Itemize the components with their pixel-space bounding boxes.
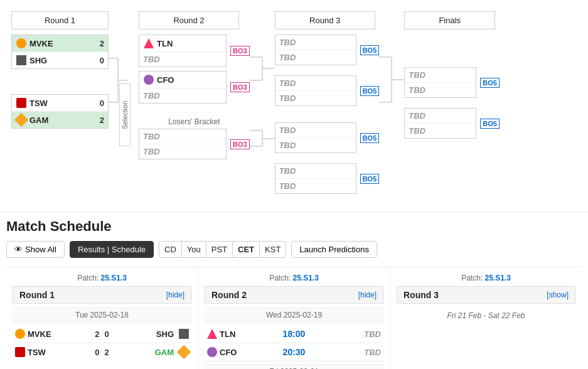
tz-cet[interactable]: CET [233, 242, 260, 257]
team1-cell: CFO [207, 347, 278, 357]
cfo-icon [207, 347, 217, 357]
patch-link-2[interactable]: 25.S1.3 [292, 274, 318, 282]
tz-cd[interactable]: CD [159, 242, 182, 257]
gam-icon [177, 345, 191, 360]
show-all-button[interactable]: 👁 Show All [6, 241, 65, 258]
bo-badge: BO5 [360, 174, 380, 184]
schedule-col-round1: Patch: 25.S1.3 Round 1 [hide] Tue 2025-0… [6, 267, 198, 369]
match-time: 20:30 [278, 347, 311, 357]
team-name: TBD [143, 147, 222, 156]
team-name: MVKE [29, 39, 97, 48]
schedule-columns: Patch: 25.S1.3 Round 1 [hide] Tue 2025-0… [6, 267, 582, 369]
team-name: TBD [409, 126, 472, 136]
r2-match2: CFO TBD BO3 [139, 71, 250, 104]
tsw-icon [16, 97, 27, 109]
timezone-group: CD You PST CET KST [159, 241, 286, 258]
team-name: TLN [157, 39, 222, 48]
hide-round1-link[interactable]: [hide] [166, 291, 184, 299]
score2: 2 [105, 348, 109, 357]
r2-match1: TLN TBD BO3 [139, 35, 250, 67]
selection-label: Selection [119, 83, 131, 146]
finals-match2: TBD TBD BO5 [404, 108, 500, 139]
bo-badge: BO5 [360, 86, 380, 96]
schedule-col-round2: Patch: 25.S1.3 Round 2 [hide] Wed 2025-0… [198, 267, 390, 369]
bo-badge: BO5 [360, 45, 380, 55]
show-round3-link[interactable]: [show] [547, 291, 569, 299]
round2-schedule-header: Round 2 [hide] [205, 286, 383, 304]
match-row[interactable]: TBD [405, 109, 476, 124]
match-row[interactable]: TBD [275, 123, 356, 138]
bo-badge: BO3 [230, 139, 250, 149]
round3-schedule-header: Round 3 [show] [397, 286, 575, 304]
finals-column: Finals TBD TBD BO5 TBD TBD BO5 [404, 11, 500, 139]
hide-round2-link[interactable]: [hide] [358, 291, 377, 299]
date-separator-1: Tue 2025-02-18 [13, 308, 191, 323]
team-name: CFO [157, 75, 222, 85]
score2: 0 [105, 329, 109, 339]
match-row[interactable]: TSW 0 2 GAM [13, 343, 191, 361]
match-row[interactable]: TBD [275, 164, 356, 179]
losers-match1: TBD TBD BO3 [139, 129, 250, 159]
date-separator-2b: Fri 2025-02-21 [205, 364, 383, 369]
results-schedule-button[interactable]: Results | Schedule [70, 241, 154, 258]
results-schedule-label: Results | Schedule [78, 245, 146, 254]
r3-finals-connector [379, 46, 404, 146]
match-row[interactable]: GAM 2 [12, 112, 108, 128]
match-row[interactable]: CFO 20:30 TBD [205, 343, 383, 361]
match-row[interactable]: TBD [275, 50, 356, 65]
match-row[interactable]: SHG 0 [12, 52, 108, 68]
round2-column: Round 2 TLN TBD BO3 [139, 11, 250, 159]
round2-header: Round 2 [139, 11, 239, 29]
match-row[interactable]: MVKE 2 [12, 35, 108, 52]
score: 0 [100, 99, 104, 108]
match-row[interactable]: MVKE 2 0 SHG [13, 325, 191, 343]
schedule-section: Match Schedule 👁 Show All Results | Sche… [0, 211, 588, 369]
team-name: TBD [279, 126, 352, 135]
match-row[interactable]: TBD [139, 129, 226, 144]
patch-link-3[interactable]: 25.S1.3 [484, 274, 510, 282]
patch-link-1[interactable]: 25.S1.3 [100, 274, 126, 282]
match-row[interactable]: TSW 0 [12, 95, 108, 112]
team-name: TBD [279, 181, 352, 191]
launch-predictions-button[interactable]: Launch Predictions [291, 241, 377, 258]
match-row[interactable]: TBD [275, 35, 356, 50]
sched-match-r1-1: MVKE 2 0 SHG TSW 0 [13, 325, 191, 361]
patch-line-1: Patch: 25.S1.3 [13, 274, 191, 282]
score: 0 [100, 56, 104, 65]
r3-match3: TBD TBD BO5 [275, 122, 380, 153]
team-name: TBD [279, 94, 352, 103]
tz-pst[interactable]: PST [206, 242, 233, 257]
team-name: TBD [143, 55, 222, 64]
round3-schedule-name: Round 3 [404, 290, 439, 300]
tz-kst[interactable]: KST [260, 242, 286, 257]
team2-cell: SHG [109, 329, 189, 339]
bo-badge: BO3 [230, 82, 250, 92]
team-name: TBD [409, 85, 472, 95]
schedule-title: Match Schedule [6, 218, 582, 235]
team-name: TBD [279, 166, 352, 176]
tln-icon [207, 329, 217, 339]
match-row[interactable]: TBD [275, 91, 356, 105]
match-row[interactable]: TBD [275, 138, 356, 152]
team-name: TBD [279, 78, 352, 88]
round1-header: Round 1 [11, 11, 109, 29]
match-row[interactable]: TBD [275, 76, 356, 91]
team2-cell: TBD [310, 329, 381, 339]
match-row[interactable]: TBD [139, 144, 226, 159]
losers-bracket: Losers' Bracket TBD TBD BO3 [139, 114, 250, 159]
match-row[interactable]: TLN [139, 35, 226, 52]
team-name: TBD [279, 141, 352, 150]
match-row[interactable]: CFO [139, 72, 226, 88]
patch-line-3: Patch: 25.S1.3 [397, 274, 575, 282]
bracket-section: Round 1 MVKE 2 SHG 0 [0, 0, 588, 205]
match-row[interactable]: TBD [275, 179, 356, 193]
match-row[interactable]: TBD [139, 52, 226, 67]
match-row[interactable]: TBD [405, 124, 476, 138]
match-row[interactable]: TLN 18:00 TBD [205, 325, 383, 343]
tz-you[interactable]: You [182, 242, 206, 257]
match-row[interactable]: TBD [405, 83, 476, 97]
match-time: 18:00 [278, 329, 311, 339]
match-row[interactable]: TBD [405, 68, 476, 83]
bo-badge: BO5 [480, 119, 500, 129]
match-row[interactable]: TBD [139, 88, 226, 103]
